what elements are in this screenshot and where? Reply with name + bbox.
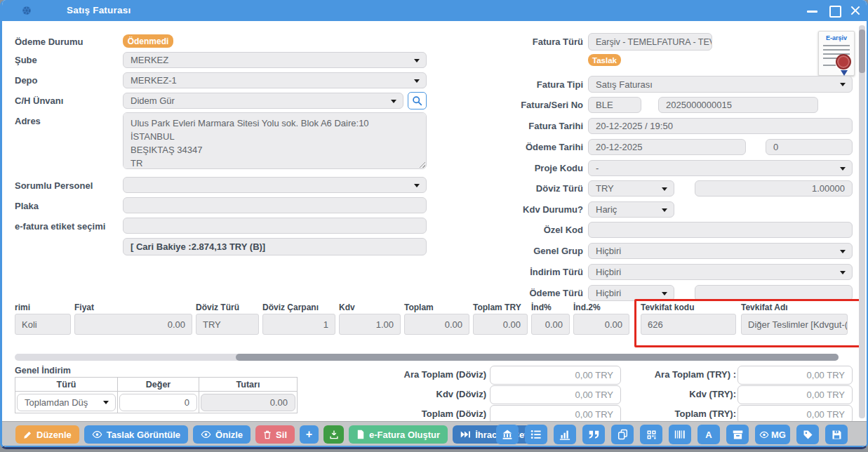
chevron-down-icon	[840, 83, 846, 86]
mg-button[interactable]: MG	[755, 425, 790, 444]
eye-icon	[92, 430, 102, 439]
qr-code-button[interactable]	[640, 425, 662, 444]
text-a-button[interactable]: A	[697, 425, 720, 444]
col-header-toplam-try: Toplam TRY	[473, 303, 521, 312]
document-icon	[356, 430, 365, 439]
unvan-value: Didem Gür	[131, 95, 175, 106]
bank-button[interactable]	[496, 425, 519, 444]
vertical-scrollbar[interactable]	[859, 25, 865, 418]
cell-doviz-carpani[interactable]: 1	[262, 314, 335, 335]
add-row-button[interactable]: +	[300, 425, 319, 444]
ara-toplam-try-value: 0,00 TRY	[737, 366, 853, 385]
minimize-button[interactable]	[807, 11, 817, 13]
toolbar-right-group: A MG	[496, 425, 848, 444]
vade-gun-value: 0	[773, 142, 778, 152]
gi-turu-select[interactable]: Toplamdan Düş	[17, 394, 116, 411]
download-button[interactable]	[323, 425, 344, 444]
duzenle-button[interactable]: Düzenle	[15, 425, 79, 444]
fatura-tarihi-label: Fatura Tarihi	[465, 121, 583, 131]
odeme-tarihi-field[interactable]: 20-12-2025	[588, 139, 746, 155]
copy-icon	[617, 429, 628, 440]
gi-tutari-value: 0.00	[270, 397, 288, 408]
col-header-doviz-turu: Döviz Türü	[196, 303, 239, 312]
chevron-down-icon	[840, 271, 846, 274]
save-button[interactable]	[825, 425, 848, 444]
cell-toplam-try[interactable]: 0.00	[473, 314, 528, 335]
barcode-button[interactable]	[669, 425, 691, 444]
fatura-tarihi-field[interactable]: 20-12-2025 / 19:50	[588, 118, 853, 134]
efatura-olustur-button[interactable]: e-Fatura Oluştur	[349, 425, 448, 444]
maximize-button[interactable]	[829, 6, 841, 18]
chevron-down-icon	[662, 208, 667, 212]
personel-select[interactable]	[123, 177, 427, 193]
gi-deger-input[interactable]: 0	[119, 394, 197, 411]
fatura-no-field[interactable]: 2025000000015	[658, 97, 818, 113]
fatura-no-value: 2025000000015	[666, 100, 732, 110]
horizontal-scrollbar-thumb[interactable]	[236, 354, 839, 361]
vertical-scrollbar-thumb[interactable]	[859, 29, 865, 73]
cell-ind[interactable]: 0.00	[531, 314, 570, 335]
plaka-input[interactable]	[123, 197, 427, 213]
fatura-tipi-select[interactable]: Satış Faturası	[588, 76, 853, 93]
fatura-tarihi-value: 20-12-2025 / 19:50	[596, 121, 673, 131]
horizontal-scrollbar[interactable]	[15, 354, 839, 361]
kdv-durumu-select[interactable]: Hariç	[588, 201, 674, 218]
chevron-down-icon	[840, 167, 846, 171]
depo-value: MERKEZ-1	[131, 75, 177, 86]
sube-select[interactable]: MERKEZ	[123, 52, 427, 68]
ozel-kod-input[interactable]	[588, 222, 853, 238]
window-title: Satış Faturası	[67, 5, 131, 15]
cari-bakiye-value: [ Cari Bakiye :2.874,13 TRY (B)]	[131, 241, 265, 252]
taslak-goruntule-button[interactable]: Taslak Görüntüle	[84, 425, 188, 444]
cell-birimi[interactable]: Koli	[15, 314, 71, 335]
vade-gun-field[interactable]: 0	[766, 139, 853, 155]
adres-textarea[interactable]: Ulus Park Evleri Marmara Sitesi Yolu sok…	[123, 112, 427, 169]
cell-fiyat[interactable]: 0.00	[74, 314, 192, 335]
chevron-down-icon	[662, 292, 667, 295]
kdv-durumu-label: Kdv Durumu?	[465, 204, 583, 215]
proje-kodu-value: -	[596, 163, 599, 173]
doviz-turu-select[interactable]: TRY	[588, 180, 674, 197]
fatura-turu-label: Fatura Türü	[465, 36, 583, 47]
copy-button[interactable]	[611, 425, 634, 444]
depo-select[interactable]: MERKEZ-1	[123, 72, 427, 88]
ozel-kod-label: Özel Kod	[465, 225, 583, 235]
odeme-turu-value: Hiçbiri	[596, 288, 621, 298]
close-button[interactable]	[850, 5, 861, 16]
archive-button[interactable]	[726, 425, 749, 444]
cell-kdv[interactable]: 1.00	[339, 314, 401, 335]
col-header-doviz-carpani: Döviz Çarpanı	[262, 303, 319, 312]
list-button[interactable]	[525, 425, 547, 444]
doviz-turu-value: TRY	[596, 183, 614, 194]
chart-button[interactable]	[554, 425, 576, 444]
odeme-turu-label: Ödeme Türü	[465, 288, 583, 298]
chevron-down-icon	[414, 79, 420, 83]
customer-search-button[interactable]	[408, 92, 427, 109]
cell-ind2[interactable]: 0.00	[573, 314, 629, 335]
trash-icon	[263, 430, 272, 439]
quote-button[interactable]	[582, 425, 605, 444]
kur-field[interactable]: 1.00000	[695, 180, 853, 197]
efatura-etiket-input[interactable]	[123, 218, 427, 234]
earsiv-stamp-icon[interactable]: E-arşiv	[818, 31, 855, 76]
seri-no-label: Fatura/Seri No	[465, 100, 583, 110]
unvan-select[interactable]: Didem Gür	[123, 93, 403, 109]
gi-col-tutari: Tutarı	[199, 378, 298, 392]
bottom-toolbar: Düzenle Taslak Görüntüle Önizle Sil +	[2, 421, 867, 446]
amount: 0,00 TRY	[807, 390, 845, 400]
seri-field[interactable]: BLE	[588, 97, 641, 113]
quote-icon	[589, 430, 599, 439]
sil-button[interactable]: Sil	[255, 425, 295, 444]
plus-icon: +	[306, 428, 312, 441]
cell-toplam[interactable]: 0.00	[404, 314, 469, 335]
onizle-label: Önizle	[215, 430, 243, 440]
cell-doviz-turu[interactable]: TRY	[196, 314, 259, 335]
chevron-down-icon	[414, 184, 420, 187]
genel-grup-select[interactable]: Hiçbiri	[588, 243, 853, 259]
bar-chart-icon	[559, 430, 570, 440]
proje-kodu-label: Proje Kodu	[465, 163, 583, 173]
onizle-button[interactable]: Önizle	[193, 425, 251, 444]
tag-button[interactable]	[796, 425, 819, 444]
proje-kodu-select[interactable]: -	[588, 160, 853, 176]
indirim-turu-select[interactable]: Hiçbiri	[588, 264, 853, 280]
